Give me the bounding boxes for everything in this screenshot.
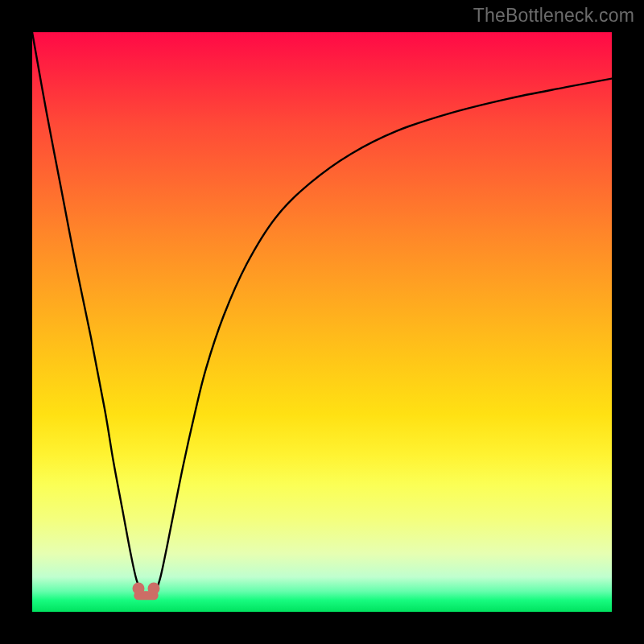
- curve-marker-left: [132, 583, 144, 595]
- bottleneck-curve: [32, 32, 612, 612]
- chart-frame: TheBottleneck.com: [0, 0, 644, 644]
- curve-marker-right: [148, 583, 160, 595]
- plot-area: [32, 32, 612, 612]
- watermark-text: TheBottleneck.com: [473, 5, 634, 27]
